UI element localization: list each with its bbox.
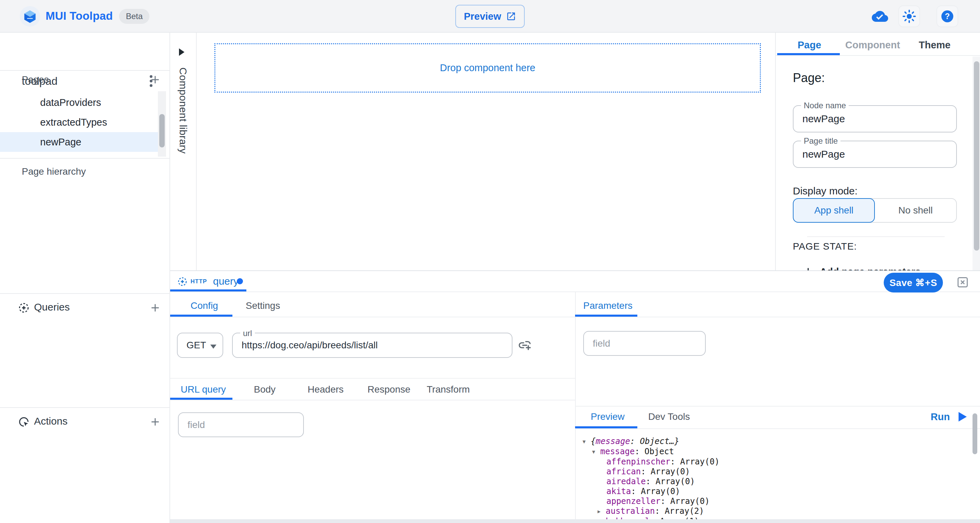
tree-row[interactable]: ▶australian: Array(2) <box>581 506 969 517</box>
tab-headers[interactable]: Headers <box>308 381 344 399</box>
light-mode-icon <box>902 10 916 23</box>
url-field[interactable]: url <box>232 333 512 358</box>
run-button[interactable]: Run <box>931 408 967 426</box>
pages-section-title: Pages <box>22 74 49 85</box>
tree-row: appenzeller: Array(0) <box>581 496 969 506</box>
inspector-panel: Page Component Theme Page: Node name Pag… <box>775 33 980 270</box>
expand-arrow-icon[interactable] <box>179 48 185 56</box>
add-page-button[interactable] <box>146 71 164 89</box>
theme-toggle-button[interactable] <box>898 5 920 27</box>
page-state-label: PAGE STATE: <box>793 241 857 252</box>
close-panel-button[interactable] <box>956 276 969 289</box>
display-mode-app-shell[interactable]: App shell <box>793 198 875 223</box>
tree-row[interactable]: ▼message: Object <box>581 447 969 457</box>
drop-zone-placeholder: Drop component here <box>440 62 536 73</box>
plus-icon <box>150 416 161 427</box>
page-canvas: Drop component here <box>197 33 775 270</box>
node-name-input[interactable] <box>802 106 945 132</box>
actions-icon <box>18 416 30 428</box>
unsaved-dot-indicator <box>237 278 243 284</box>
display-mode-no-shell[interactable]: No shell <box>875 199 956 222</box>
display-mode-toggle-group: App shell No shell <box>793 198 957 223</box>
preview-button[interactable]: Preview <box>455 5 525 28</box>
query-editor-panel: HTTP query Save ⌘+S Config Settings GET … <box>170 270 980 523</box>
query-name-label: query <box>213 276 239 287</box>
tab-component[interactable]: Component <box>845 37 900 53</box>
tab-theme[interactable]: Theme <box>919 37 950 53</box>
close-icon <box>956 276 969 289</box>
tab-preview[interactable]: Preview <box>591 408 625 426</box>
tree-row: airedale: Array(0) <box>581 477 969 486</box>
tab-response[interactable]: Response <box>368 381 410 399</box>
component-library-panel[interactable]: Component library <box>170 33 197 270</box>
drop-zone[interactable]: Drop component here <box>215 43 761 92</box>
chevron-down-icon <box>210 344 216 349</box>
inspector-scrollbar-thumb[interactable] <box>974 61 979 250</box>
tab-transform[interactable]: Transform <box>427 381 470 399</box>
app-header: MUI Toolpad Beta Preview <box>0 0 980 33</box>
queries-section-title: Queries <box>34 301 70 313</box>
plus-icon <box>150 74 161 85</box>
app-title: MUI Toolpad <box>46 10 113 22</box>
method-select[interactable]: GET <box>177 333 223 358</box>
tab-settings[interactable]: Settings <box>246 297 280 315</box>
tab-page[interactable]: Page <box>798 37 821 53</box>
query-editor-tab[interactable]: HTTP query <box>170 271 247 292</box>
sidebar-item-dataproviders[interactable]: dataProviders <box>0 92 158 112</box>
sidebar-item-newpage[interactable]: newPage <box>0 132 158 152</box>
add-query-button[interactable] <box>146 299 164 317</box>
display-mode-label: Display mode: <box>793 185 858 197</box>
preview-button-label: Preview <box>464 11 501 22</box>
tree-row[interactable]: ▶bakharwal: Array(1) <box>581 517 969 519</box>
tab-parameters[interactable]: Parameters <box>583 297 633 315</box>
url-query-field[interactable] <box>178 412 304 437</box>
json-preview-tree: ▼{message: Object…} ▼message: Object aff… <box>581 437 969 519</box>
help-icon: ? <box>940 9 955 24</box>
help-button[interactable]: ? <box>937 5 958 27</box>
result-scrollbar-thumb[interactable] <box>972 413 977 454</box>
parameter-input[interactable] <box>593 332 695 355</box>
add-link-icon <box>517 338 532 352</box>
app-window: MUI Toolpad Beta Preview <box>0 0 980 523</box>
page-title-input[interactable] <box>802 141 945 167</box>
sidebar-item-extractedtypes[interactable]: extractedTypes <box>0 112 158 132</box>
tab-dev-tools[interactable]: Dev Tools <box>648 408 690 426</box>
parameter-field[interactable] <box>583 331 706 356</box>
tab-body[interactable]: Body <box>254 381 275 399</box>
tree-row: akita: Array(0) <box>581 486 969 496</box>
add-action-button[interactable] <box>146 413 164 431</box>
node-name-field[interactable]: Node name <box>793 105 957 132</box>
url-input[interactable] <box>242 333 504 357</box>
tree-row[interactable]: ▼{message: Object…} <box>581 437 969 447</box>
open-in-new-icon <box>506 11 516 21</box>
mui-toolpad-logo-icon <box>20 6 40 27</box>
query-protocol-label: HTTP <box>191 278 207 285</box>
save-button[interactable]: Save ⌘+S <box>884 273 943 292</box>
tree-row: african: Array(0) <box>581 467 969 477</box>
actions-section-title: Actions <box>34 415 67 427</box>
url-query-input[interactable] <box>188 413 290 437</box>
tree-row: affenpinscher: Array(0) <box>581 457 969 467</box>
tab-url-query[interactable]: URL query <box>181 381 226 399</box>
bind-link-button[interactable] <box>516 336 533 354</box>
page-title-field[interactable]: Page title <box>793 140 957 168</box>
method-value: GET <box>186 340 206 351</box>
cloud-done-icon <box>871 8 889 24</box>
page-hierarchy-label: Page hierarchy <box>22 166 86 177</box>
plus-icon <box>150 302 161 313</box>
pages-scrollbar-thumb[interactable] <box>159 114 165 147</box>
sidebar: toolpad Pages dataProviders extractedTyp… <box>0 33 170 523</box>
inspector-heading: Page: <box>793 71 825 85</box>
queries-icon <box>18 302 30 314</box>
add-page-parameters-button[interactable]: Add page parameters <box>803 262 921 270</box>
horizontal-scrollbar-track[interactable] <box>170 519 980 523</box>
plus-icon <box>803 266 814 270</box>
svg-text:?: ? <box>945 12 950 21</box>
beta-badge: Beta <box>119 9 150 24</box>
component-library-label: Component library <box>177 67 189 154</box>
play-icon <box>959 412 967 421</box>
tab-config[interactable]: Config <box>191 297 218 315</box>
http-query-icon <box>177 276 188 287</box>
